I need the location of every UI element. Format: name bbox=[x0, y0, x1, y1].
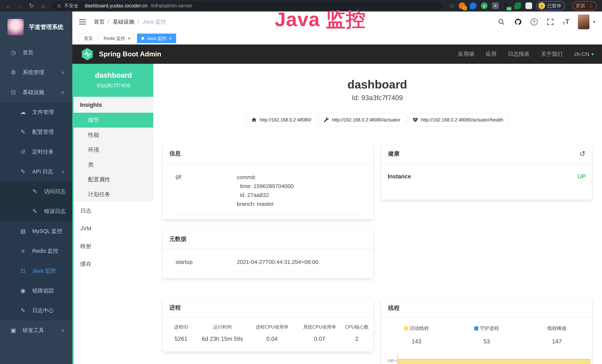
sba-nav-wall[interactable]: 应用墙 bbox=[458, 50, 474, 58]
browser-reload-icon[interactable]: ↻ bbox=[27, 2, 36, 9]
extension-grid-icon[interactable] bbox=[492, 2, 499, 9]
sidebar-item-redis-monitor[interactable]: ≡ Redis 监控 bbox=[0, 241, 72, 261]
browser-home-icon[interactable]: ⌂ bbox=[38, 2, 48, 9]
table-icon: ▤ bbox=[19, 228, 27, 235]
sidebar-item-file-management[interactable]: ☁ 文件管理 bbox=[0, 102, 72, 122]
ins-item-caches[interactable]: 缓存 bbox=[74, 255, 153, 273]
sidebar-item-label: 错误日志 bbox=[44, 208, 66, 215]
extension-pin-icon[interactable] bbox=[470, 2, 476, 9]
locale-label: zh-CN bbox=[574, 51, 589, 57]
actuator-url-button[interactable]: http://192.168.0.2:48080/actuator bbox=[318, 113, 406, 126]
sidebar-item-log-center[interactable]: ✎ 日志中心 bbox=[0, 300, 72, 321]
heartbeat-icon bbox=[412, 117, 418, 123]
sidebar-item-java-monitor[interactable]: ⊡ Java 监控 bbox=[0, 261, 72, 281]
sidebar-item-api-logs[interactable]: ✎ API 日志 ∧ bbox=[0, 162, 72, 182]
tab-java-monitor[interactable]: Java 监控 × bbox=[137, 33, 176, 43]
help-icon[interactable]: ? bbox=[531, 18, 538, 25]
sidebar-item-mysql-monitor[interactable]: ▤ MySQL 监控 bbox=[0, 221, 72, 241]
extension-leaf-icon[interactable] bbox=[514, 2, 521, 9]
threads-chart: 140 120 100 bbox=[381, 354, 592, 364]
sidebar-item-error-logs[interactable]: ✎ 错误日志 bbox=[0, 201, 72, 221]
browser-back-icon[interactable]: ← bbox=[4, 2, 13, 9]
ins-item-environment[interactable]: 环境 bbox=[74, 142, 153, 157]
sidebar-item-scheduled-jobs[interactable]: ↺ 定时任务 bbox=[0, 142, 72, 162]
sidebar-item-label: 访问日志 bbox=[44, 188, 66, 195]
ins-item-scheduled-tasks[interactable]: 计划任务 bbox=[74, 187, 153, 202]
tab-home[interactable]: 首页 bbox=[80, 33, 97, 43]
threads-chart-y-axis: 140 120 100 bbox=[381, 354, 397, 364]
gear-icon: ⚙ bbox=[10, 69, 17, 76]
service-url-button[interactable]: http://192.168.0.2:48080/ bbox=[246, 113, 317, 126]
ins-item-configprops[interactable]: 配置属性 bbox=[74, 172, 153, 187]
sidebar-item-label: 基础设施 bbox=[23, 89, 44, 96]
ins-item-classes[interactable]: 类 bbox=[74, 157, 153, 172]
breadcrumb-section[interactable]: 基础设施 bbox=[113, 18, 134, 26]
breadcrumb: 首页 / 基础设施 / Java 监控 bbox=[94, 18, 166, 26]
fullscreen-icon[interactable] bbox=[546, 18, 554, 26]
avatar[interactable] bbox=[578, 14, 589, 29]
extension-icon-1[interactable]: 1 bbox=[459, 2, 465, 9]
process-value-process-cpu: 0.04 bbox=[247, 336, 297, 342]
ins-item-metrics[interactable]: 性能 bbox=[74, 128, 153, 142]
tab-close-icon[interactable]: × bbox=[128, 36, 130, 41]
sba-nav-journal[interactable]: 日志报表 bbox=[508, 50, 529, 58]
sidebar-item-label: 首页 bbox=[23, 49, 33, 56]
sba-nav-applications[interactable]: 应用 bbox=[486, 50, 496, 58]
threads-card-title: 线程 bbox=[381, 299, 592, 318]
sba-nav-about[interactable]: 关于我们 bbox=[541, 50, 562, 58]
metadata-card: 元数据 startup 2021-04-27T00:44:31.254+08:0… bbox=[163, 230, 373, 278]
ins-section-insights: Insights bbox=[74, 97, 153, 113]
sidebar-item-infrastructure[interactable]: ⊡ 基础设施 ∧ bbox=[0, 82, 72, 102]
hamburger-icon[interactable] bbox=[79, 18, 86, 26]
tab-redis-monitor[interactable]: Redis 监控 × bbox=[99, 33, 135, 43]
browser-forward-icon[interactable]: → bbox=[15, 2, 25, 9]
bookmark-star-icon[interactable]: ☆ bbox=[449, 3, 454, 9]
page-instance-id: Id: 93a3fc7f7409 bbox=[163, 94, 592, 102]
ins-item-details[interactable]: 细节 bbox=[74, 113, 153, 128]
tab-close-icon[interactable]: × bbox=[169, 36, 172, 41]
extension-y-icon[interactable]: y bbox=[481, 2, 488, 9]
profile-paused-chip[interactable]: ☺ 已暂停 bbox=[537, 1, 565, 11]
sidebar-item-label: Java 监控 bbox=[32, 267, 56, 275]
ins-item-jvm[interactable]: JVM bbox=[74, 220, 153, 237]
sidebar-item-tracing[interactable]: ◉ 链路追踪 bbox=[0, 281, 72, 300]
breadcrumb-home[interactable]: 首页 bbox=[94, 18, 105, 26]
sidebar-item-system-management[interactable]: ⚙ 系统管理 ∨ bbox=[0, 63, 72, 82]
sidebar-item-access-logs[interactable]: ✎ 访问日志 bbox=[0, 182, 72, 201]
daemon-threads-value: 53 bbox=[452, 338, 522, 345]
extensions-puzzle-icon[interactable] bbox=[526, 2, 532, 9]
sba-locale-select[interactable]: zh-CN ▾ bbox=[574, 51, 594, 57]
live-threads-area bbox=[398, 359, 591, 364]
ins-item-mappings[interactable]: 映射 bbox=[74, 237, 153, 255]
chrome-update-button[interactable]: 更新 ⋮ bbox=[572, 1, 597, 11]
extension-list-icon[interactable]: on bbox=[503, 2, 510, 9]
url-host: dashboard.yudao.iocoder.cn bbox=[85, 3, 148, 9]
sba-brand[interactable]: Spring Boot Admin bbox=[99, 50, 161, 58]
page-title: dashboard bbox=[163, 78, 592, 91]
edit-icon: ✎ bbox=[19, 128, 27, 135]
health-history-icon[interactable]: ↺ bbox=[579, 150, 585, 158]
sidebar-item-home[interactable]: ◷ 首页 bbox=[0, 43, 72, 63]
sidebar-item-label: 配置管理 bbox=[32, 128, 54, 136]
search-icon[interactable] bbox=[497, 18, 505, 26]
health-instance-row: Instance UP bbox=[388, 163, 586, 187]
ins-item-logfile[interactable]: 日志 bbox=[74, 202, 153, 220]
browser-menu-dots-icon[interactable]: ⋮ bbox=[588, 3, 593, 9]
health-card-title: 健康 bbox=[388, 150, 399, 158]
sidebar-item-label: Redis 监控 bbox=[32, 247, 58, 255]
font-size-icon[interactable]: TT bbox=[563, 18, 569, 26]
sidebar-item-config-management[interactable]: ✎ 配置管理 bbox=[0, 122, 72, 142]
process-value-pid: 5261 bbox=[164, 336, 198, 342]
health-url-button[interactable]: http://192.168.0.2:48080/actuator/health bbox=[407, 113, 509, 126]
app-logo-row[interactable]: 芋道管理系统 bbox=[0, 11, 72, 43]
log-icon: ✎ bbox=[19, 168, 27, 175]
startup-value: 2021-04-27T00:44:31.254+08:00 bbox=[237, 258, 318, 265]
sidebar-item-dev-tools[interactable]: ▣ 研发工具 ∨ bbox=[0, 321, 72, 340]
address-bar[interactable]: ⚠ 不安全 dashboard.yudao.iocoder.cn /infra/… bbox=[52, 1, 443, 10]
profile-emoji-icon: ☺ bbox=[538, 2, 545, 9]
sidebar-item-label: 研发工具 bbox=[23, 327, 44, 334]
process-header-cpus: CPU核心数 bbox=[343, 324, 371, 330]
threads-peak-stat: 线程峰值 147 bbox=[522, 325, 592, 345]
avatar-caret-down-icon[interactable]: ▾ bbox=[593, 19, 595, 24]
github-icon[interactable] bbox=[514, 18, 522, 26]
